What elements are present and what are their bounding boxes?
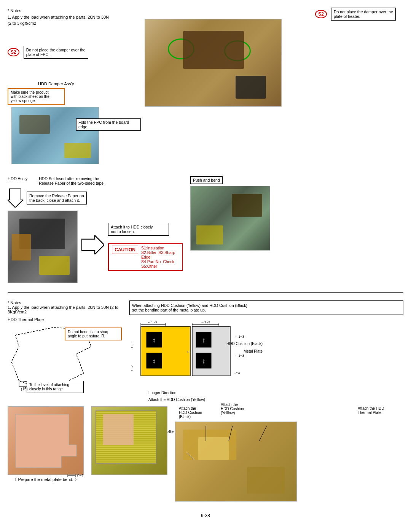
attach-cushion-yellow-callout: Attach the HDD Cushion (Yelllow) [221, 403, 259, 415]
caution-box: CAUTION S1:Insulation S2:Bitten S3:Sharp… [108, 243, 183, 271]
photo-3-area: Sheet Attach the HDD Cushion (Black) Att… [175, 406, 403, 502]
section-divider [8, 292, 403, 293]
notes-top: * Notes: 1. Apply the load when attachin… [8, 8, 137, 27]
value-15: (15) [21, 387, 28, 391]
page-container: * Notes: 1. Apply the load when attachin… [8, 8, 403, 518]
svg-marker-1 [81, 235, 104, 254]
attach-cushion-black-callout: Attach the HDD Cushion (Black) [179, 406, 217, 419]
push-bend-box: Push and bend [190, 176, 223, 184]
hdd-cushion-black-label: HDD Cushion (Black) [226, 342, 263, 346]
svg-text:↕: ↕ [153, 357, 156, 365]
arrow-right-icon [81, 235, 104, 258]
hdd-assy-label: HDD Ass'y [8, 176, 27, 181]
hdd-thermal-plate-label: HDD Thermal Plate [8, 317, 122, 322]
s2-damper-right: S2 Do not place the damper over the plat… [315, 8, 396, 21]
s2-damper-left: S2 Do not place the damper over the plat… [8, 46, 137, 59]
longer-direction-label: Longer Direction [148, 391, 176, 395]
svg-text:←1~3: ←1~3 [201, 320, 210, 324]
bottom-photo-2 [91, 406, 167, 475]
top-main-photo [145, 19, 282, 107]
page-number: 9-38 [8, 513, 403, 518]
svg-text:↕: ↕ [202, 336, 206, 344]
hdd-assembly-right: Push and bend [190, 176, 403, 283]
svg-text:↕: ↕ [153, 336, 156, 344]
damper-photo [11, 107, 99, 164]
notes-item1b: (2 to 3Kgf)/cm2 [8, 20, 137, 27]
arrow-down-icon [8, 189, 23, 208]
make-sure-box: Make sure the product with black sheet o… [8, 88, 65, 105]
cushion-note-box: When attaching HDD Cushion (Yellow) and … [129, 300, 403, 315]
dim-0-1: 0~1 [67, 473, 84, 479]
metal-plate-label: Metal Plate [244, 349, 263, 353]
damper-note-left: Do not place the damper over the plate o… [24, 46, 88, 59]
hdd-assy-header: HDD Ass'y HDD Set Insert after removing … [8, 176, 183, 185]
hdd-damper-label: HDD Damper Ass'y [38, 81, 137, 86]
thermal-plate-diagram: Do not bend it at a sharp angle to put n… [8, 324, 122, 393]
bottom-right-col: When attaching HDD Cushion (Yellow) and … [129, 300, 403, 395]
photo-1-area: 0~1 《 Prepare the metal plate bend. 》 [8, 406, 84, 482]
svg-text:1~3: 1~3 [234, 371, 240, 375]
bottom-section: * Notes: 1. Apply the load when attachin… [8, 300, 403, 395]
top-right-column: S2 Do not place the damper over the plat… [137, 8, 403, 165]
attach-thermal-callout: Attach the HDD Thermal Plate [358, 406, 400, 415]
svg-text:←1~3: ←1~3 [148, 320, 157, 324]
photo-2-area [91, 406, 167, 475]
bottom-left-col: * Notes: 1. Apply the load when attachin… [8, 300, 122, 395]
cushion-diagram-svg: ←1~3 ←1~3 1~3 1~2 [129, 319, 263, 395]
attach-caution-area: Attach it to HDD closely not to loosen. … [108, 223, 183, 271]
svg-text:← 1~3: ← 1~3 [234, 354, 244, 358]
notes-bottom: * Notes: 1. Apply the load when attachin… [8, 300, 122, 314]
notes-item1: 1. Apply the load when attaching the par… [8, 14, 137, 21]
caution-line1: S1:Insulation S2:Bitten S3:Sharp Edge [141, 246, 179, 259]
svg-text:← 1~3: ← 1~3 [234, 335, 244, 339]
damper-note-right: Do not place the damper over the plate o… [331, 8, 396, 21]
notes-bottom-title: * Notes: [8, 300, 122, 305]
top-layout: * Notes: 1. Apply the load when attachin… [8, 8, 403, 165]
svg-text:1~2: 1~2 [130, 365, 134, 371]
attach-cushion-yellow-label: Attach the HDD Cushion (Yelllow) [148, 398, 205, 402]
cushion-diagram: ←1~3 ←1~3 1~3 1~2 [129, 319, 263, 395]
damper-photo-area: Make sure the product with black sheet o… [8, 88, 137, 165]
svg-marker-0 [8, 189, 23, 208]
s2-badge-left: S2 [8, 48, 19, 56]
s2-badge-right: S2 [315, 10, 327, 18]
hdd-photo [8, 211, 78, 283]
attach-hdd-box: Attach it to HDD closely not to loosen. [108, 223, 169, 236]
svg-line-37 [259, 426, 267, 441]
bottom-photo-3 [175, 422, 297, 502]
to-level-box: To the level of attaching closely in thi… [27, 381, 84, 393]
hdd-set-insert-label: HDD Set Insert after removing the Releas… [39, 176, 105, 185]
caution-text: S1:Insulation S2:Bitten S3:Sharp Edge S4… [141, 246, 179, 268]
top-left-column: * Notes: 1. Apply the load when attachin… [8, 8, 137, 165]
do-not-bend-box: Do not bend it at a sharp angle to put n… [65, 328, 122, 340]
bottom-photo-1 [8, 406, 84, 475]
svg-text:↕: ↕ [202, 357, 206, 365]
notes-bottom-item1: 1. Apply the load when attaching the par… [8, 305, 122, 314]
remove-release-box: Remove the Release Paper on the back, cl… [27, 192, 87, 204]
bottom-photos-row: 0~1 《 Prepare the metal plate bend. 》 Sh… [8, 406, 403, 502]
caution-label: CAUTION [112, 246, 138, 254]
hdd-assembly-section: HDD Ass'y HDD Set Insert after removing … [8, 176, 403, 283]
svg-text:0: 0 [187, 350, 189, 354]
push-bend-photo [190, 186, 270, 251]
caution-line2: S4:Part No. Check S5:Other [141, 259, 179, 268]
svg-line-38 [187, 452, 194, 460]
svg-marker-31 [16, 414, 76, 468]
svg-text:1~3: 1~3 [130, 342, 134, 348]
arrow-down-area: Remove the Release Paper on the back, cl… [8, 189, 183, 208]
notes-title: * Notes: [8, 8, 137, 14]
svg-line-36 [229, 426, 233, 441]
hdd-assembly-left: HDD Ass'y HDD Set Insert after removing … [8, 176, 183, 283]
fold-fpc-callout: Fold the FPC from the board edge. [76, 118, 141, 131]
hdd-photo-row: Attach it to HDD closely not to loosen. … [8, 211, 183, 283]
